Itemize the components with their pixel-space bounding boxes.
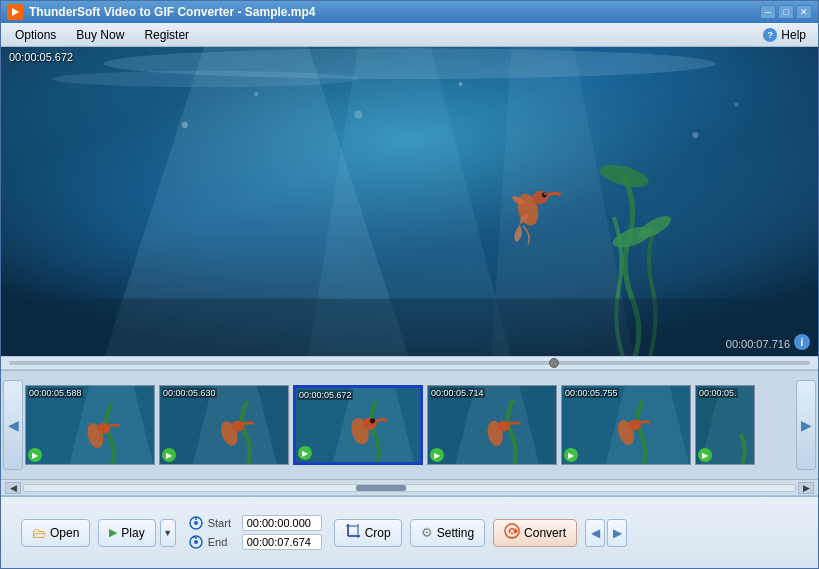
- end-icon: [188, 534, 204, 550]
- thumbnail-item-selected[interactable]: 00:00:05.672 ▶: [293, 385, 423, 465]
- start-label: Start: [208, 517, 238, 529]
- seek-track[interactable]: [9, 361, 810, 365]
- thumbnail-timestamp: 00:00:05.714: [430, 388, 485, 398]
- crop-label: Crop: [365, 526, 391, 540]
- start-time-row: Start 00:00:00.000: [188, 515, 322, 531]
- play-icon: ▶: [109, 526, 117, 539]
- convert-label: Convert: [524, 526, 566, 540]
- end-value[interactable]: 00:00:07.674: [242, 534, 322, 550]
- nav-prev-button[interactable]: ◀: [585, 519, 605, 547]
- thumbnail-image: 00:00:05.672 ▶: [293, 385, 423, 465]
- thumbnail-image: 00:00:05.755 ▶: [561, 385, 691, 465]
- svg-point-46: [194, 521, 198, 525]
- open-label: Open: [50, 526, 79, 540]
- svg-rect-21: [1, 299, 818, 356]
- title-bar: ThunderSoft Video to GIF Converter - Sam…: [1, 1, 818, 23]
- menu-register[interactable]: Register: [134, 26, 199, 44]
- thumbnail-status-icon: ▶: [564, 448, 578, 462]
- crop-button[interactable]: Crop: [334, 519, 402, 547]
- video-total-time: 00:00:07.716: [726, 338, 790, 350]
- thumbnails-area: ◀ 00:00:05.588 ▶: [1, 370, 818, 480]
- convert-icon: [504, 523, 520, 542]
- maximize-button[interactable]: □: [778, 5, 794, 19]
- thumbnail-status-icon: ▶: [28, 448, 42, 462]
- start-value[interactable]: 00:00:00.000: [242, 515, 322, 531]
- open-button[interactable]: 🗁 Open: [21, 519, 90, 547]
- svg-point-14: [544, 193, 546, 195]
- thumbnail-item[interactable]: 00:00:05.714 ▶: [427, 385, 557, 465]
- svg-point-15: [182, 122, 188, 128]
- thumbnail-status-icon: ▶: [430, 448, 444, 462]
- play-dropdown-button[interactable]: ▼: [160, 519, 176, 547]
- end-label: End: [208, 536, 238, 548]
- thumbnail-timestamp: 00:00:05.755: [564, 388, 619, 398]
- svg-marker-57: [515, 528, 518, 534]
- window-title: ThunderSoft Video to GIF Converter - Sam…: [29, 5, 754, 19]
- svg-point-38: [497, 421, 510, 432]
- app-icon: [7, 4, 23, 20]
- svg-point-18: [459, 82, 463, 86]
- start-icon: [188, 515, 204, 531]
- video-preview: 00:00:05.672 00:00:07.716 i: [1, 47, 818, 356]
- svg-point-7: [52, 71, 358, 87]
- scroll-bar-area: ◀ ▶: [1, 480, 818, 496]
- svg-point-13: [542, 193, 547, 198]
- thumbnail-item[interactable]: 00:00:05. ▶: [695, 385, 755, 465]
- convert-button[interactable]: Convert: [493, 519, 577, 547]
- thumbnails-nav-right[interactable]: ▶: [796, 380, 816, 470]
- scroll-thumb[interactable]: [356, 485, 406, 491]
- thumbnail-timestamp: 00:00:05.588: [28, 388, 83, 398]
- svg-point-17: [354, 111, 362, 119]
- thumbnail-item[interactable]: 00:00:05.588 ▶: [25, 385, 155, 465]
- video-preview-area[interactable]: 00:00:05.672 00:00:07.716 i: [1, 47, 818, 356]
- thumbnail-image: 00:00:05.630 ▶: [159, 385, 289, 465]
- svg-point-20: [734, 102, 738, 106]
- crop-icon: [345, 523, 361, 542]
- seek-thumb[interactable]: [549, 358, 559, 368]
- thumbnail-status-icon: ▶: [698, 448, 712, 462]
- svg-point-42: [628, 420, 641, 431]
- main-window: ThunderSoft Video to GIF Converter - Sam…: [0, 0, 819, 569]
- end-time-row: End 00:00:07.674: [188, 534, 322, 550]
- nav-arrows: ◀ ▶: [585, 519, 627, 547]
- scroll-track[interactable]: [23, 484, 796, 492]
- video-timestamp: 00:00:05.672: [9, 51, 73, 63]
- minimize-button[interactable]: ─: [760, 5, 776, 19]
- nav-next-button[interactable]: ▶: [607, 519, 627, 547]
- folder-icon: 🗁: [32, 525, 46, 541]
- setting-label: Setting: [437, 526, 474, 540]
- thumbnails-nav-left[interactable]: ◀: [3, 380, 23, 470]
- menu-options[interactable]: Options: [5, 26, 66, 44]
- thumbnail-status-icon: ▶: [298, 446, 312, 460]
- thumbnail-image: 00:00:05.588 ▶: [25, 385, 155, 465]
- thumbnail-timestamp: 00:00:05.: [698, 388, 738, 398]
- window-controls: ─ □ ✕: [760, 5, 812, 19]
- info-button[interactable]: i: [794, 334, 810, 350]
- thumbnail-item[interactable]: 00:00:05.630 ▶: [159, 385, 289, 465]
- help-icon: ?: [763, 28, 777, 42]
- gear-icon: ⚙: [421, 525, 433, 540]
- thumbnail-status-icon: ▶: [162, 448, 176, 462]
- scroll-left-button[interactable]: ◀: [5, 482, 21, 494]
- help-button[interactable]: ? Help: [755, 26, 814, 44]
- controls-bar: 🗁 Open ▶ Play ▼ Start 00:00:00.000: [1, 496, 818, 568]
- help-label: Help: [781, 28, 806, 42]
- time-section: Start 00:00:00.000 End 00:00:07.674: [188, 515, 322, 550]
- thumbnail-timestamp: 00:00:05.672: [298, 390, 353, 400]
- play-button[interactable]: ▶ Play: [98, 519, 155, 547]
- svg-point-34: [370, 418, 375, 423]
- svg-point-49: [194, 540, 198, 544]
- thumbnail-timestamp: 00:00:05.630: [162, 388, 217, 398]
- thumbnail-item[interactable]: 00:00:05.755 ▶: [561, 385, 691, 465]
- thumbnail-image: 00:00:05. ▶: [695, 385, 755, 465]
- svg-point-19: [692, 132, 698, 138]
- seek-bar-area: [1, 356, 818, 370]
- scroll-right-button[interactable]: ▶: [798, 482, 814, 494]
- svg-point-16: [254, 92, 258, 96]
- thumbnail-image: 00:00:05.714 ▶: [427, 385, 557, 465]
- svg-point-29: [231, 421, 244, 432]
- setting-button[interactable]: ⚙ Setting: [410, 519, 485, 547]
- play-label: Play: [121, 526, 144, 540]
- close-button[interactable]: ✕: [796, 5, 812, 19]
- menu-buynow[interactable]: Buy Now: [66, 26, 134, 44]
